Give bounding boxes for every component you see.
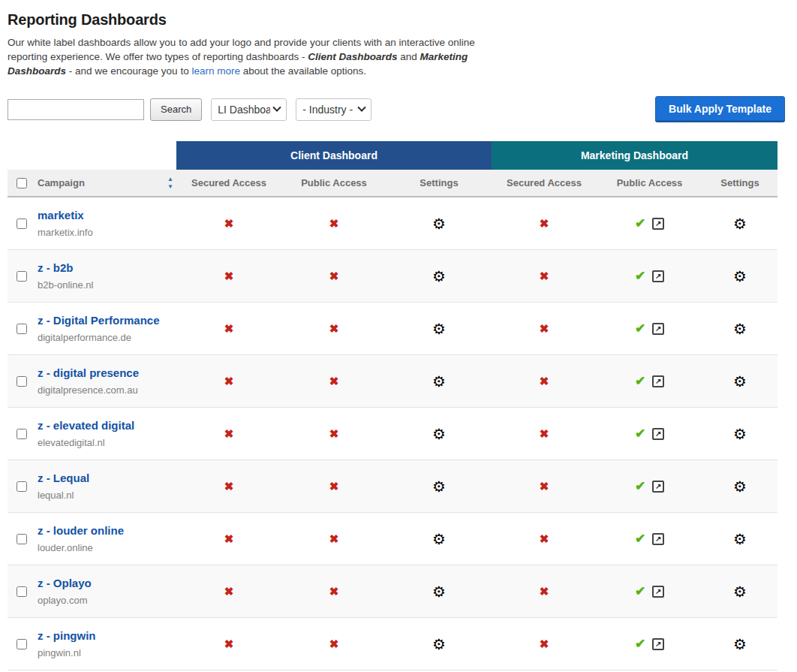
green-check-icon[interactable]: ✔ [635,531,645,547]
green-check-icon[interactable]: ✔ [635,215,645,231]
external-link-icon[interactable]: ↗ [652,270,664,282]
red-cross-icon[interactable]: ✖ [224,322,234,336]
campaign-link[interactable]: z - b2b [38,261,176,274]
red-cross-icon[interactable]: ✖ [329,637,339,651]
green-check-icon[interactable]: ✔ [635,478,645,494]
settings-gear-icon[interactable]: ⚙ [733,479,747,494]
external-link-icon[interactable]: ↗ [652,586,664,598]
external-link-icon[interactable]: ↗ [652,638,664,650]
settings-gear-icon[interactable]: ⚙ [432,216,446,231]
settings-gear-icon[interactable]: ⚙ [432,584,446,599]
external-link-icon[interactable]: ↗ [652,533,664,545]
campaign-link[interactable]: z - Lequal [38,472,176,484]
campaign-link[interactable]: marketix [38,209,176,221]
marketing-settings-header: Settings [702,177,777,188]
red-cross-icon[interactable]: ✖ [540,585,549,598]
external-link-icon[interactable]: ↗ [652,428,664,440]
client-public-cell: ✖ [281,585,386,598]
green-check-icon[interactable]: ✔ [635,636,645,652]
red-cross-icon[interactable]: ✖ [540,375,549,388]
settings-gear-icon[interactable]: ⚙ [432,321,446,336]
campaign-link[interactable]: z - elevated digital [38,419,176,432]
row-checkbox[interactable] [17,218,27,229]
row-checkbox[interactable] [17,481,27,492]
red-cross-icon[interactable]: ✖ [540,270,549,283]
external-link-icon[interactable]: ↗ [652,218,664,230]
settings-gear-icon[interactable]: ⚙ [432,374,446,389]
campaign-link[interactable]: z - Digital Performance [38,314,176,327]
search-button[interactable]: Search [150,98,202,121]
dashboard-filter-select[interactable]: LI Dashboa [211,98,287,121]
row-checkbox[interactable] [17,376,27,387]
settings-gear-icon[interactable]: ⚙ [432,637,446,652]
red-cross-icon[interactable]: ✖ [224,375,234,388]
settings-gear-icon[interactable]: ⚙ [733,269,747,284]
red-cross-icon[interactable]: ✖ [224,270,234,283]
red-cross-icon[interactable]: ✖ [224,480,234,493]
red-cross-icon[interactable]: ✖ [329,375,339,388]
green-check-icon[interactable]: ✔ [635,268,645,284]
sort-descending-icon[interactable]: ▼ [167,184,173,190]
red-cross-icon[interactable]: ✖ [224,532,234,546]
red-cross-icon[interactable]: ✖ [540,217,549,231]
row-checkbox[interactable] [17,324,27,334]
settings-gear-icon[interactable]: ⚙ [733,584,747,599]
green-check-icon[interactable]: ✔ [635,321,645,336]
client-public-cell: ✖ [281,375,386,388]
red-cross-icon[interactable]: ✖ [540,532,549,546]
learn-more-link[interactable]: learn more [191,65,240,77]
red-cross-icon[interactable]: ✖ [329,585,339,598]
campaign-cell: z - pingwin pingwin.nl [38,629,176,658]
row-checkbox[interactable] [17,639,27,649]
red-cross-icon[interactable]: ✖ [224,585,234,598]
bulk-apply-template-button[interactable]: Bulk Apply Template [655,96,785,121]
settings-gear-icon[interactable]: ⚙ [432,479,446,494]
settings-gear-icon[interactable]: ⚙ [733,216,747,231]
red-cross-icon[interactable]: ✖ [540,322,549,336]
campaign-cell: z - b2b b2b-online.nl [38,261,176,291]
red-cross-icon[interactable]: ✖ [540,637,549,651]
red-cross-icon[interactable]: ✖ [540,480,549,493]
settings-gear-icon[interactable]: ⚙ [733,532,747,547]
marketing-settings-cell: ⚙ [702,426,777,441]
red-cross-icon[interactable]: ✖ [224,637,234,651]
client-secured-cell: ✖ [176,585,281,598]
search-input[interactable] [8,99,144,120]
campaign-link[interactable]: z - Oplayo [38,577,176,589]
green-check-icon[interactable]: ✔ [635,583,645,599]
sort-ascending-icon[interactable]: ▲ [167,176,173,182]
green-check-icon[interactable]: ✔ [635,426,645,441]
campaign-cell: z - louder online louder.online [38,524,176,553]
settings-gear-icon[interactable]: ⚙ [432,532,446,547]
settings-gear-icon[interactable]: ⚙ [733,374,747,389]
campaign-link[interactable]: z - louder online [38,524,176,537]
row-checkbox[interactable] [17,429,27,439]
red-cross-icon[interactable]: ✖ [329,322,339,336]
industry-filter-select[interactable]: - Industry - [296,98,371,121]
settings-gear-icon[interactable]: ⚙ [432,426,446,441]
red-cross-icon[interactable]: ✖ [329,480,339,493]
campaign-link[interactable]: z - pingwin [38,629,176,642]
settings-gear-icon[interactable]: ⚙ [733,426,747,441]
settings-gear-icon[interactable]: ⚙ [733,321,747,336]
row-checkbox[interactable] [17,586,27,597]
campaign-link[interactable]: z - digital presence [38,366,176,379]
external-link-icon[interactable]: ↗ [652,323,664,335]
row-checkbox[interactable] [17,271,27,282]
green-check-icon[interactable]: ✔ [635,373,645,389]
select-all-checkbox[interactable] [17,178,27,188]
external-link-icon[interactable]: ↗ [652,375,664,387]
row-checkbox-cell [8,218,38,229]
red-cross-icon[interactable]: ✖ [329,217,339,231]
red-cross-icon[interactable]: ✖ [329,270,339,283]
external-link-icon[interactable]: ↗ [652,481,664,493]
red-cross-icon[interactable]: ✖ [329,532,339,546]
red-cross-icon[interactable]: ✖ [224,217,234,231]
red-cross-icon[interactable]: ✖ [540,427,549,441]
red-cross-icon[interactable]: ✖ [224,427,234,441]
settings-gear-icon[interactable]: ⚙ [432,269,446,284]
campaign-domain: pingwin.nl [38,647,176,658]
red-cross-icon[interactable]: ✖ [329,427,339,441]
row-checkbox[interactable] [17,534,27,544]
settings-gear-icon[interactable]: ⚙ [733,637,747,652]
